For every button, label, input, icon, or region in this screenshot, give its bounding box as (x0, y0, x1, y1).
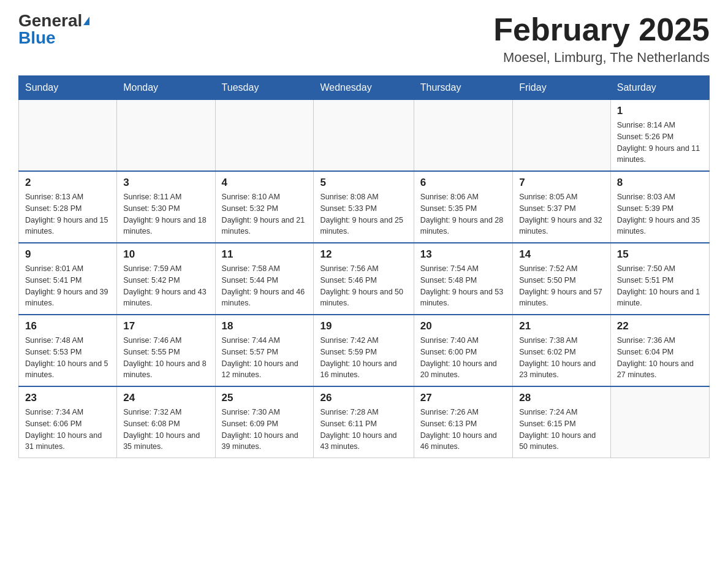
day-info: Sunrise: 7:30 AM Sunset: 6:09 PM Dayligh… (222, 407, 308, 453)
calendar-day-cell: 19Sunrise: 7:42 AM Sunset: 5:59 PM Dayli… (314, 315, 414, 386)
logo: General Blue (18, 12, 89, 47)
calendar-day-cell (314, 100, 414, 172)
day-info: Sunrise: 7:58 AM Sunset: 5:44 PM Dayligh… (222, 263, 308, 309)
day-number: 17 (123, 320, 208, 332)
calendar-day-cell: 28Sunrise: 7:24 AM Sunset: 6:15 PM Dayli… (513, 386, 611, 458)
day-number: 6 (420, 177, 506, 189)
calendar-day-cell (610, 386, 709, 458)
calendar-day-cell: 10Sunrise: 7:59 AM Sunset: 5:42 PM Dayli… (117, 243, 215, 315)
calendar-day-cell (215, 100, 314, 172)
day-number: 8 (617, 177, 703, 189)
day-number: 23 (25, 392, 110, 404)
day-number: 27 (420, 392, 506, 404)
day-info: Sunrise: 8:05 AM Sunset: 5:37 PM Dayligh… (519, 191, 604, 237)
calendar-day-cell: 24Sunrise: 7:32 AM Sunset: 6:08 PM Dayli… (117, 386, 215, 458)
calendar-day-cell: 16Sunrise: 7:48 AM Sunset: 5:53 PM Dayli… (19, 315, 117, 386)
day-number: 21 (519, 320, 604, 332)
calendar-day-cell: 7Sunrise: 8:05 AM Sunset: 5:37 PM Daylig… (513, 171, 611, 243)
calendar-week-row: 23Sunrise: 7:34 AM Sunset: 6:06 PM Dayli… (19, 386, 710, 458)
calendar-day-cell: 3Sunrise: 8:11 AM Sunset: 5:30 PM Daylig… (117, 171, 215, 243)
calendar-day-cell: 23Sunrise: 7:34 AM Sunset: 6:06 PM Dayli… (19, 386, 117, 458)
day-info: Sunrise: 7:36 AM Sunset: 6:04 PM Dayligh… (617, 335, 703, 381)
calendar-week-row: 9Sunrise: 8:01 AM Sunset: 5:41 PM Daylig… (19, 243, 710, 315)
day-info: Sunrise: 7:46 AM Sunset: 5:55 PM Dayligh… (123, 335, 208, 381)
header-wednesday: Wednesday (314, 76, 414, 100)
day-info: Sunrise: 7:40 AM Sunset: 6:00 PM Dayligh… (420, 335, 506, 381)
day-info: Sunrise: 7:44 AM Sunset: 5:57 PM Dayligh… (222, 335, 308, 381)
day-number: 16 (25, 320, 110, 332)
day-number: 7 (519, 177, 604, 189)
header: General Blue February 2025 Moesel, Limbu… (18, 12, 710, 66)
header-thursday: Thursday (414, 76, 512, 100)
day-info: Sunrise: 7:52 AM Sunset: 5:50 PM Dayligh… (519, 263, 604, 309)
calendar-day-cell: 4Sunrise: 8:10 AM Sunset: 5:32 PM Daylig… (215, 171, 314, 243)
calendar-day-cell: 21Sunrise: 7:38 AM Sunset: 6:02 PM Dayli… (513, 315, 611, 386)
day-info: Sunrise: 8:03 AM Sunset: 5:39 PM Dayligh… (617, 191, 703, 237)
calendar-week-row: 2Sunrise: 8:13 AM Sunset: 5:28 PM Daylig… (19, 171, 710, 243)
day-info: Sunrise: 8:06 AM Sunset: 5:35 PM Dayligh… (420, 191, 506, 237)
calendar-day-cell: 20Sunrise: 7:40 AM Sunset: 6:00 PM Dayli… (414, 315, 512, 386)
day-number: 3 (123, 177, 208, 189)
calendar-day-cell: 1Sunrise: 8:14 AM Sunset: 5:26 PM Daylig… (610, 100, 709, 172)
day-number: 26 (320, 392, 407, 404)
day-info: Sunrise: 7:56 AM Sunset: 5:46 PM Dayligh… (320, 263, 407, 309)
day-info: Sunrise: 7:26 AM Sunset: 6:13 PM Dayligh… (420, 407, 506, 453)
calendar-day-cell: 27Sunrise: 7:26 AM Sunset: 6:13 PM Dayli… (414, 386, 512, 458)
day-info: Sunrise: 8:14 AM Sunset: 5:26 PM Dayligh… (617, 120, 703, 166)
day-number: 22 (617, 320, 703, 332)
day-info: Sunrise: 7:50 AM Sunset: 5:51 PM Dayligh… (617, 263, 703, 309)
day-info: Sunrise: 7:48 AM Sunset: 5:53 PM Dayligh… (25, 335, 110, 381)
day-info: Sunrise: 8:13 AM Sunset: 5:28 PM Dayligh… (25, 191, 110, 237)
day-number: 19 (320, 320, 407, 332)
calendar-subtitle: Moesel, Limburg, The Netherlands (493, 50, 710, 66)
day-info: Sunrise: 7:38 AM Sunset: 6:02 PM Dayligh… (519, 335, 604, 381)
title-area: February 2025 Moesel, Limburg, The Nethe… (493, 12, 710, 66)
day-number: 24 (123, 392, 208, 404)
day-info: Sunrise: 7:32 AM Sunset: 6:08 PM Dayligh… (123, 407, 208, 453)
day-number: 12 (320, 248, 407, 261)
calendar-day-cell (117, 100, 215, 172)
logo-blue-text: Blue (18, 29, 56, 47)
calendar-day-cell: 6Sunrise: 8:06 AM Sunset: 5:35 PM Daylig… (414, 171, 512, 243)
day-number: 5 (320, 177, 407, 189)
calendar-day-cell: 5Sunrise: 8:08 AM Sunset: 5:33 PM Daylig… (314, 171, 414, 243)
calendar-title: February 2025 (493, 12, 710, 47)
day-number: 11 (222, 248, 308, 261)
header-friday: Friday (513, 76, 611, 100)
day-info: Sunrise: 7:28 AM Sunset: 6:11 PM Dayligh… (320, 407, 407, 453)
calendar-day-cell: 13Sunrise: 7:54 AM Sunset: 5:48 PM Dayli… (414, 243, 512, 315)
header-sunday: Sunday (19, 76, 117, 100)
day-number: 13 (420, 248, 506, 261)
day-info: Sunrise: 7:54 AM Sunset: 5:48 PM Dayligh… (420, 263, 506, 309)
day-info: Sunrise: 7:24 AM Sunset: 6:15 PM Dayligh… (519, 407, 604, 453)
calendar-day-cell: 2Sunrise: 8:13 AM Sunset: 5:28 PM Daylig… (19, 171, 117, 243)
calendar-day-cell: 26Sunrise: 7:28 AM Sunset: 6:11 PM Dayli… (314, 386, 414, 458)
day-number: 4 (222, 177, 308, 189)
day-number: 1 (617, 105, 703, 117)
day-number: 15 (617, 248, 703, 261)
calendar-day-cell: 25Sunrise: 7:30 AM Sunset: 6:09 PM Dayli… (215, 386, 314, 458)
calendar-header-row: SundayMondayTuesdayWednesdayThursdayFrid… (19, 76, 710, 100)
day-number: 28 (519, 392, 604, 404)
calendar-day-cell: 18Sunrise: 7:44 AM Sunset: 5:57 PM Dayli… (215, 315, 314, 386)
day-number: 10 (123, 248, 208, 261)
calendar-day-cell (513, 100, 611, 172)
header-saturday: Saturday (610, 76, 709, 100)
day-info: Sunrise: 8:08 AM Sunset: 5:33 PM Dayligh… (320, 191, 407, 237)
calendar-week-row: 1Sunrise: 8:14 AM Sunset: 5:26 PM Daylig… (19, 100, 710, 172)
calendar-day-cell: 9Sunrise: 8:01 AM Sunset: 5:41 PM Daylig… (19, 243, 117, 315)
calendar-day-cell: 15Sunrise: 7:50 AM Sunset: 5:51 PM Dayli… (610, 243, 709, 315)
logo-triangle-icon (83, 17, 89, 25)
day-number: 9 (25, 248, 110, 261)
calendar-day-cell (19, 100, 117, 172)
logo-general-text: General (18, 12, 82, 29)
calendar-day-cell: 22Sunrise: 7:36 AM Sunset: 6:04 PM Dayli… (610, 315, 709, 386)
day-number: 18 (222, 320, 308, 332)
calendar-day-cell: 11Sunrise: 7:58 AM Sunset: 5:44 PM Dayli… (215, 243, 314, 315)
calendar-week-row: 16Sunrise: 7:48 AM Sunset: 5:53 PM Dayli… (19, 315, 710, 386)
day-number: 20 (420, 320, 506, 332)
header-tuesday: Tuesday (215, 76, 314, 100)
day-info: Sunrise: 8:11 AM Sunset: 5:30 PM Dayligh… (123, 191, 208, 237)
calendar-day-cell: 14Sunrise: 7:52 AM Sunset: 5:50 PM Dayli… (513, 243, 611, 315)
calendar-table: SundayMondayTuesdayWednesdayThursdayFrid… (18, 75, 710, 458)
